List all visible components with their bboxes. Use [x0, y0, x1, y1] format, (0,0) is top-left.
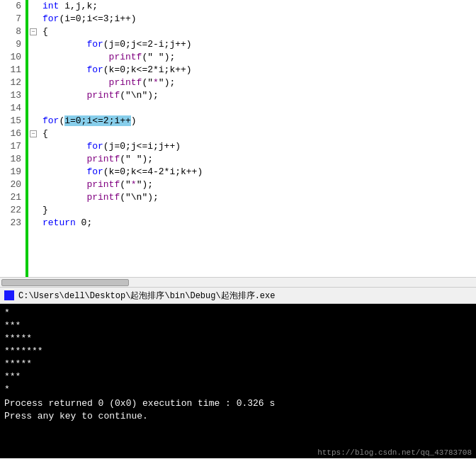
code-line: printf(" ");: [42, 153, 476, 166]
code-line: for(i=0;i<=3;i++): [42, 13, 476, 26]
line-number: 14: [4, 102, 21, 115]
code-line: for(j=0;j<=2-i;j++): [42, 38, 476, 51]
code-line: printf("*");: [42, 76, 476, 89]
line-number: 11: [4, 64, 21, 76]
code-line: printf("\n");: [42, 191, 476, 204]
terminal-area: * *************** ***** *** *Process ret…: [0, 304, 476, 458]
code-line: int i,j,k;: [42, 0, 476, 13]
code-line: {: [42, 26, 476, 38]
fold-col: −−: [28, 0, 40, 277]
line-number: 10: [4, 51, 21, 64]
scrollbar-h[interactable]: [0, 277, 476, 287]
fold-box[interactable]: −: [30, 130, 37, 137]
line-number: 21: [4, 191, 21, 204]
process-returned-line: Process returned 0 (0x0) execution time …: [4, 397, 472, 410]
code-line: {: [42, 128, 476, 140]
line-number: 17: [4, 140, 21, 153]
line-number: 19: [4, 166, 21, 178]
code-line: }: [42, 204, 476, 217]
line-number: 16: [4, 128, 21, 140]
press-any-key-line: Press any key to continue.: [4, 410, 472, 423]
code-line: printf("*");: [42, 178, 476, 191]
terminal: * *************** ***** *** *Process ret…: [0, 304, 476, 426]
line-number: 22: [4, 204, 21, 217]
line-number: 7: [4, 13, 21, 26]
terminal-line: *****: [4, 358, 472, 370]
line-number: 18: [4, 153, 21, 166]
terminal-line: *: [4, 383, 472, 396]
terminal-line: *****: [4, 332, 472, 345]
terminal-line: *******: [4, 345, 472, 358]
line-number: 20: [4, 178, 21, 191]
code-line: [42, 102, 476, 115]
editor-area: 67891011121314151617181920212223 −− int …: [0, 0, 476, 287]
terminal-line: ***: [4, 319, 472, 332]
scrollbar-thumb[interactable]: [1, 279, 129, 286]
status-path: C:\Users\dell\Desktop\起泡排序\bin\Debug\起泡排…: [18, 290, 275, 302]
status-icon: [4, 290, 14, 300]
code-line: for(i=0;i<=2;i++): [42, 115, 476, 128]
line-number: 13: [4, 89, 21, 102]
line-number: 8: [4, 26, 21, 38]
line-number: 6: [4, 0, 21, 13]
terminal-line: *: [4, 307, 472, 319]
code-container: 67891011121314151617181920212223 −− int …: [0, 0, 476, 277]
line-numbers: 67891011121314151617181920212223: [0, 0, 26, 277]
terminal-line: ***: [4, 370, 472, 383]
code-line: printf(" ");: [42, 51, 476, 64]
code-line: for(k=0;k<=4-2*i;k++): [42, 166, 476, 178]
line-number: 23: [4, 217, 21, 230]
line-number: 9: [4, 38, 21, 51]
fold-box[interactable]: −: [30, 28, 37, 35]
code-line: printf("\n");: [42, 89, 476, 102]
code-line: for(k=0;k<=2*i;k++): [42, 64, 476, 76]
watermark: https://blog.csdn.net/qq_43783708: [317, 448, 472, 457]
line-number: 12: [4, 76, 21, 89]
line-number: 15: [4, 115, 21, 128]
code-line: return 0;: [42, 217, 476, 230]
code-lines: int i,j,k;for(i=0;i<=3;i++){for(j=0;j<=2…: [40, 0, 476, 277]
status-bar: C:\Users\dell\Desktop\起泡排序\bin\Debug\起泡排…: [0, 287, 476, 304]
code-line: for(j=0;j<=i;j++): [42, 140, 476, 153]
